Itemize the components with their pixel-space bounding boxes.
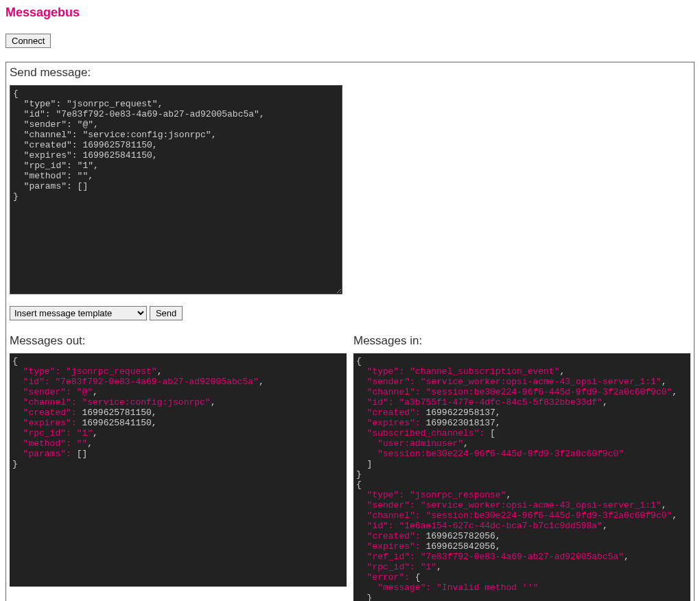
connect-button[interactable]: Connect [5, 34, 51, 48]
messages-out-box: { "type": "jsonrpc_request", "id": "7e83… [10, 353, 347, 587]
template-select[interactable]: Insert message template [10, 306, 147, 320]
send-button[interactable]: Send [150, 306, 183, 320]
page-title: Messagebus [5, 5, 695, 20]
out-heading: Messages out: [10, 334, 347, 348]
send-panel: Send message: Insert message template Se… [5, 62, 695, 601]
in-heading: Messages in: [353, 334, 690, 348]
send-heading: Send message: [10, 66, 690, 80]
message-textarea[interactable] [10, 85, 342, 294]
messages-in-box: { "type": "channel_subscription_event", … [353, 353, 690, 601]
